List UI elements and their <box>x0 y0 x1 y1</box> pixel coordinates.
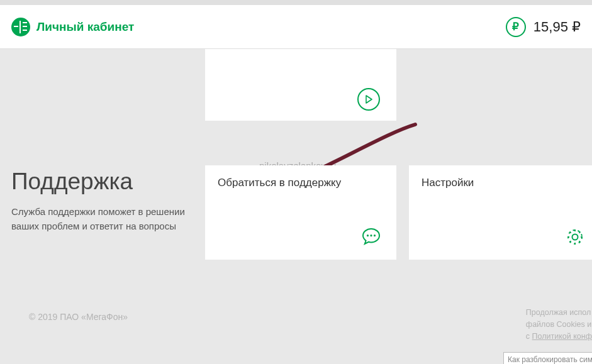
section-description: Служба поддержки поможет в решении ваших… <box>11 205 194 233</box>
header-left: Личный кабинет <box>11 18 134 36</box>
search-suggest-input[interactable]: Как разблокировать симкар <box>503 352 592 364</box>
play-icon[interactable] <box>357 88 380 111</box>
svg-point-2 <box>370 234 372 236</box>
cookies-line: с Политикой конф <box>526 331 592 343</box>
privacy-policy-link[interactable]: Политикой конф <box>532 332 592 341</box>
support-card-title: Обратиться в поддержку <box>218 177 384 189</box>
cookies-prefix: с <box>526 332 532 341</box>
footer-cookies: Продолжая испол файлов Cookies и с Полит… <box>526 307 592 342</box>
settings-card-title: Настройки <box>422 177 588 189</box>
main: nikolayzelenkov.ru Поддержка Служба подд… <box>0 49 592 364</box>
support-card[interactable]: Обратиться в поддержку <box>205 165 396 260</box>
gear-icon <box>564 226 586 251</box>
settings-card[interactable]: Настройки <box>409 165 592 260</box>
chat-icon <box>360 226 383 251</box>
cookies-line: файлов Cookies и <box>526 319 592 331</box>
media-card[interactable] <box>205 49 396 121</box>
svg-marker-0 <box>366 96 372 103</box>
header-balance[interactable]: ₽ 15,95 ₽ <box>506 17 581 37</box>
svg-point-1 <box>367 234 369 236</box>
brand-logo-icon <box>11 18 30 36</box>
section-title: Поддержка <box>11 168 133 195</box>
svg-point-4 <box>572 234 578 240</box>
footer-copyright: © 2019 ПАО «МегаФон» <box>29 312 128 322</box>
cookies-line: Продолжая испол <box>526 307 592 319</box>
header: Личный кабинет ₽ 15,95 ₽ <box>0 0 592 49</box>
balance-value: 15,95 ₽ <box>533 19 581 35</box>
ruble-icon: ₽ <box>506 17 526 37</box>
header-title: Личный кабинет <box>36 20 134 34</box>
svg-point-3 <box>374 234 376 236</box>
